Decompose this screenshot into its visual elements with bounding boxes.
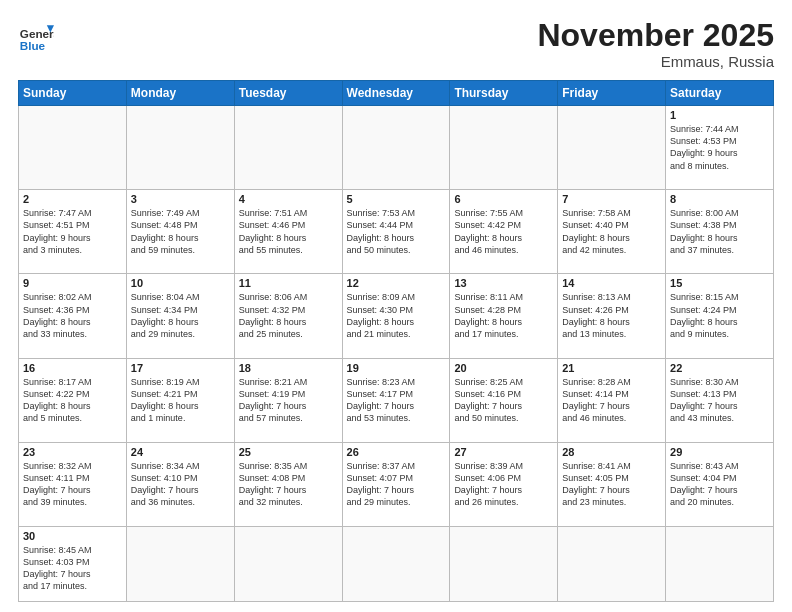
calendar-cell: 16Sunrise: 8:17 AMSunset: 4:22 PMDayligh… [19, 358, 127, 442]
day-number: 9 [23, 277, 122, 289]
day-number: 13 [454, 277, 553, 289]
day-header-tuesday: Tuesday [234, 81, 342, 106]
day-number: 26 [347, 446, 446, 458]
calendar-cell: 10Sunrise: 8:04 AMSunset: 4:34 PMDayligh… [126, 274, 234, 358]
calendar-cell [342, 526, 450, 601]
calendar-cell: 28Sunrise: 8:41 AMSunset: 4:05 PMDayligh… [558, 442, 666, 526]
calendar-cell [234, 106, 342, 190]
day-info: Sunrise: 8:09 AMSunset: 4:30 PMDaylight:… [347, 291, 446, 340]
calendar-cell [450, 526, 558, 601]
day-number: 28 [562, 446, 661, 458]
calendar-cell: 11Sunrise: 8:06 AMSunset: 4:32 PMDayligh… [234, 274, 342, 358]
day-number: 16 [23, 362, 122, 374]
day-info: Sunrise: 8:00 AMSunset: 4:38 PMDaylight:… [670, 207, 769, 256]
day-header-sunday: Sunday [19, 81, 127, 106]
day-info: Sunrise: 7:51 AMSunset: 4:46 PMDaylight:… [239, 207, 338, 256]
calendar-cell [558, 106, 666, 190]
calendar-cell: 21Sunrise: 8:28 AMSunset: 4:14 PMDayligh… [558, 358, 666, 442]
calendar-cell [126, 526, 234, 601]
week-row-2: 9Sunrise: 8:02 AMSunset: 4:36 PMDaylight… [19, 274, 774, 358]
day-number: 24 [131, 446, 230, 458]
day-info: Sunrise: 8:17 AMSunset: 4:22 PMDaylight:… [23, 376, 122, 425]
day-number: 27 [454, 446, 553, 458]
calendar-cell: 18Sunrise: 8:21 AMSunset: 4:19 PMDayligh… [234, 358, 342, 442]
day-info: Sunrise: 8:06 AMSunset: 4:32 PMDaylight:… [239, 291, 338, 340]
day-number: 11 [239, 277, 338, 289]
day-number: 1 [670, 109, 769, 121]
day-info: Sunrise: 8:32 AMSunset: 4:11 PMDaylight:… [23, 460, 122, 509]
calendar-cell [234, 526, 342, 601]
day-number: 15 [670, 277, 769, 289]
day-info: Sunrise: 7:58 AMSunset: 4:40 PMDaylight:… [562, 207, 661, 256]
day-number: 21 [562, 362, 661, 374]
day-info: Sunrise: 8:02 AMSunset: 4:36 PMDaylight:… [23, 291, 122, 340]
calendar-cell: 6Sunrise: 7:55 AMSunset: 4:42 PMDaylight… [450, 190, 558, 274]
calendar-cell: 30Sunrise: 8:45 AMSunset: 4:03 PMDayligh… [19, 526, 127, 601]
day-number: 22 [670, 362, 769, 374]
calendar-cell: 27Sunrise: 8:39 AMSunset: 4:06 PMDayligh… [450, 442, 558, 526]
day-info: Sunrise: 8:11 AMSunset: 4:28 PMDaylight:… [454, 291, 553, 340]
week-row-3: 16Sunrise: 8:17 AMSunset: 4:22 PMDayligh… [19, 358, 774, 442]
day-number: 5 [347, 193, 446, 205]
day-number: 10 [131, 277, 230, 289]
day-header-friday: Friday [558, 81, 666, 106]
calendar-table: SundayMondayTuesdayWednesdayThursdayFrid… [18, 80, 774, 602]
day-info: Sunrise: 8:04 AMSunset: 4:34 PMDaylight:… [131, 291, 230, 340]
day-number: 18 [239, 362, 338, 374]
day-info: Sunrise: 7:53 AMSunset: 4:44 PMDaylight:… [347, 207, 446, 256]
location: Emmaus, Russia [537, 53, 774, 70]
calendar-cell: 29Sunrise: 8:43 AMSunset: 4:04 PMDayligh… [666, 442, 774, 526]
week-row-5: 30Sunrise: 8:45 AMSunset: 4:03 PMDayligh… [19, 526, 774, 601]
calendar-cell: 5Sunrise: 7:53 AMSunset: 4:44 PMDaylight… [342, 190, 450, 274]
day-info: Sunrise: 8:34 AMSunset: 4:10 PMDaylight:… [131, 460, 230, 509]
calendar-cell: 1Sunrise: 7:44 AMSunset: 4:53 PMDaylight… [666, 106, 774, 190]
day-info: Sunrise: 8:13 AMSunset: 4:26 PMDaylight:… [562, 291, 661, 340]
logo-icon: General Blue [18, 18, 54, 54]
day-header-monday: Monday [126, 81, 234, 106]
day-headers-row: SundayMondayTuesdayWednesdayThursdayFrid… [19, 81, 774, 106]
day-number: 23 [23, 446, 122, 458]
day-number: 20 [454, 362, 553, 374]
day-number: 19 [347, 362, 446, 374]
day-info: Sunrise: 7:55 AMSunset: 4:42 PMDaylight:… [454, 207, 553, 256]
day-info: Sunrise: 8:28 AMSunset: 4:14 PMDaylight:… [562, 376, 661, 425]
calendar-cell: 9Sunrise: 8:02 AMSunset: 4:36 PMDaylight… [19, 274, 127, 358]
day-info: Sunrise: 8:19 AMSunset: 4:21 PMDaylight:… [131, 376, 230, 425]
calendar-cell: 25Sunrise: 8:35 AMSunset: 4:08 PMDayligh… [234, 442, 342, 526]
day-number: 4 [239, 193, 338, 205]
day-info: Sunrise: 8:37 AMSunset: 4:07 PMDaylight:… [347, 460, 446, 509]
day-info: Sunrise: 8:45 AMSunset: 4:03 PMDaylight:… [23, 544, 122, 593]
calendar-cell: 14Sunrise: 8:13 AMSunset: 4:26 PMDayligh… [558, 274, 666, 358]
day-info: Sunrise: 8:15 AMSunset: 4:24 PMDaylight:… [670, 291, 769, 340]
calendar-cell: 17Sunrise: 8:19 AMSunset: 4:21 PMDayligh… [126, 358, 234, 442]
calendar-cell: 20Sunrise: 8:25 AMSunset: 4:16 PMDayligh… [450, 358, 558, 442]
day-info: Sunrise: 8:39 AMSunset: 4:06 PMDaylight:… [454, 460, 553, 509]
calendar-cell: 4Sunrise: 7:51 AMSunset: 4:46 PMDaylight… [234, 190, 342, 274]
day-info: Sunrise: 7:49 AMSunset: 4:48 PMDaylight:… [131, 207, 230, 256]
calendar-cell [19, 106, 127, 190]
day-number: 7 [562, 193, 661, 205]
day-info: Sunrise: 8:35 AMSunset: 4:08 PMDaylight:… [239, 460, 338, 509]
day-info: Sunrise: 8:25 AMSunset: 4:16 PMDaylight:… [454, 376, 553, 425]
page: General Blue November 2025 Emmaus, Russi… [0, 0, 792, 612]
calendar-cell: 23Sunrise: 8:32 AMSunset: 4:11 PMDayligh… [19, 442, 127, 526]
title-block: November 2025 Emmaus, Russia [537, 18, 774, 70]
day-info: Sunrise: 7:44 AMSunset: 4:53 PMDaylight:… [670, 123, 769, 172]
day-info: Sunrise: 8:43 AMSunset: 4:04 PMDaylight:… [670, 460, 769, 509]
month-title: November 2025 [537, 18, 774, 53]
day-header-saturday: Saturday [666, 81, 774, 106]
calendar-cell: 2Sunrise: 7:47 AMSunset: 4:51 PMDaylight… [19, 190, 127, 274]
day-info: Sunrise: 8:41 AMSunset: 4:05 PMDaylight:… [562, 460, 661, 509]
calendar-cell: 19Sunrise: 8:23 AMSunset: 4:17 PMDayligh… [342, 358, 450, 442]
day-number: 8 [670, 193, 769, 205]
day-number: 12 [347, 277, 446, 289]
day-number: 30 [23, 530, 122, 542]
calendar-cell [450, 106, 558, 190]
day-number: 6 [454, 193, 553, 205]
day-info: Sunrise: 8:23 AMSunset: 4:17 PMDaylight:… [347, 376, 446, 425]
day-header-wednesday: Wednesday [342, 81, 450, 106]
calendar-cell: 24Sunrise: 8:34 AMSunset: 4:10 PMDayligh… [126, 442, 234, 526]
calendar-cell: 15Sunrise: 8:15 AMSunset: 4:24 PMDayligh… [666, 274, 774, 358]
day-info: Sunrise: 8:21 AMSunset: 4:19 PMDaylight:… [239, 376, 338, 425]
week-row-4: 23Sunrise: 8:32 AMSunset: 4:11 PMDayligh… [19, 442, 774, 526]
